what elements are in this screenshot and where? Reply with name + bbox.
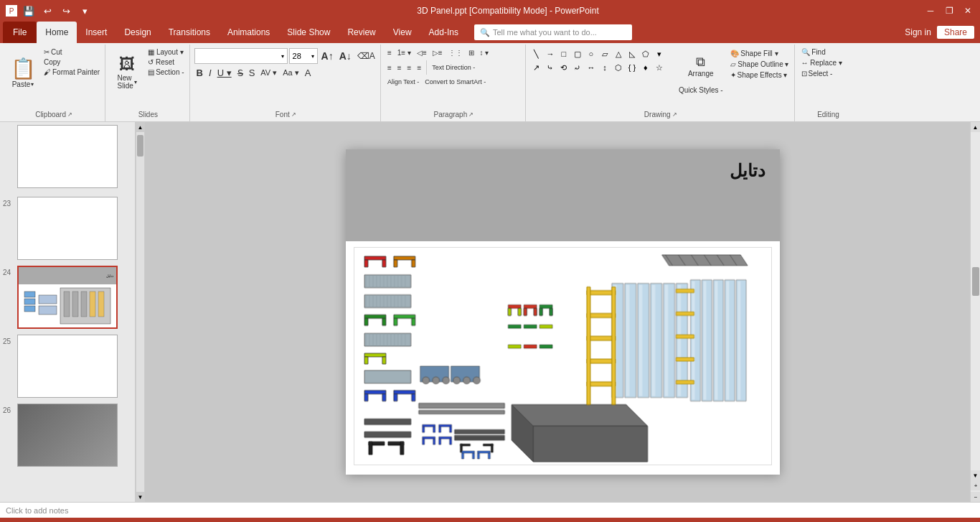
sign-in-btn[interactable]: Sign in	[905, 27, 931, 37]
shape-s2-btn[interactable]: ⤷	[544, 61, 557, 74]
bold-btn[interactable]: B	[194, 67, 205, 79]
align-center-btn[interactable]: ≡	[395, 63, 404, 73]
new-slide-btn[interactable]: 🖼 NewSlide ▾	[110, 46, 144, 99]
addins-tab[interactable]: Add-Ins	[420, 22, 467, 43]
replace-btn[interactable]: ↔ Replace ▾	[799, 58, 858, 67]
increase-indent-btn[interactable]: ▷≡	[430, 48, 445, 57]
shadow-btn[interactable]: S	[247, 67, 258, 79]
text-direction-btn[interactable]: Text Direction -	[430, 63, 477, 72]
slide-panel-scrollbar[interactable]: ▲ ▼	[136, 122, 144, 502]
shape-round-rect-btn[interactable]: ▢	[571, 47, 584, 60]
undo-quick-btn[interactable]: ↩	[40, 4, 55, 18]
slide-item-25[interactable]: 25	[3, 335, 132, 398]
shape-fill-btn[interactable]: 🎨 Shape Fill ▾	[728, 49, 791, 58]
clear-format-btn[interactable]: ⌫A	[355, 50, 377, 62]
line-spacing-btn[interactable]: ↕ ▾	[478, 48, 491, 57]
slide-thumb-26[interactable]	[17, 404, 118, 467]
shape-rect-btn[interactable]: □	[557, 47, 570, 60]
scroll-down-btn[interactable]: ▼	[971, 470, 980, 480]
slide-scroll-thumb[interactable]	[137, 135, 143, 157]
shape-s10-btn[interactable]: ☆	[653, 61, 666, 74]
search-box[interactable]: Tell me what you want to do...	[493, 28, 597, 37]
shape-circle-btn[interactable]: ○	[585, 47, 598, 60]
slide-scroll-down[interactable]: ▼	[136, 492, 144, 502]
shape-s8-btn[interactable]: { }	[626, 61, 639, 74]
select-btn[interactable]: ⊡ Select -	[799, 69, 858, 78]
shape-effects-btn[interactable]: ✦ Shape Effects ▾	[728, 70, 791, 80]
slide-item-23b[interactable]: 23	[3, 197, 132, 260]
minimize-btn[interactable]: ─	[924, 4, 937, 17]
slideshow-tab[interactable]: Slide Show	[278, 22, 339, 43]
close-btn[interactable]: ✕	[961, 4, 974, 17]
scroll-zoom-in[interactable]: +	[971, 480, 980, 490]
font-size-box[interactable]: 28▾	[289, 48, 318, 64]
increase-font-btn[interactable]: A↑	[319, 50, 336, 62]
slide-thumb-23b[interactable]	[17, 197, 118, 260]
share-btn[interactable]: Share	[937, 26, 974, 39]
convert-smartart-btn[interactable]: Convert to SmartArt -	[423, 78, 488, 86]
clipboard-expand-icon[interactable]: ↗	[67, 111, 72, 118]
reset-btn[interactable]: ↺ Reset	[146, 57, 186, 67]
scroll-zoom-out[interactable]: −	[971, 492, 980, 502]
scroll-up-btn[interactable]: ▲	[971, 122, 980, 132]
decrease-indent-btn[interactable]: ◁≡	[415, 48, 429, 57]
view-tab[interactable]: View	[385, 22, 420, 43]
customize-quick-btn[interactable]: ▾	[77, 4, 92, 18]
decrease-font-btn[interactable]: A↓	[337, 50, 354, 62]
arrange-btn[interactable]: ⧉ Arrange	[677, 47, 725, 85]
find-btn[interactable]: 🔍 Find	[799, 47, 858, 57]
columns-btn[interactable]: ⊞	[466, 48, 476, 57]
shape-s3-btn[interactable]: ⟲	[557, 61, 570, 74]
strikethrough-btn[interactable]: S̶	[235, 67, 245, 79]
shape-outline-btn[interactable]: ▱ Shape Outline ▾	[728, 60, 791, 69]
char-spacing-btn[interactable]: AV ▾	[258, 67, 279, 78]
shape-s1-btn[interactable]: ↗	[530, 61, 543, 74]
shape-parallelogram-btn[interactable]: ▱	[598, 47, 611, 60]
diagram-container[interactable]	[354, 247, 772, 465]
shape-s6-btn[interactable]: ↕	[598, 61, 611, 74]
shape-s5-btn[interactable]: ↔	[585, 61, 598, 74]
format-painter-btn[interactable]: 🖌 Format Painter	[42, 67, 102, 77]
slide-item-24[interactable]: 24 دتایل	[3, 266, 132, 329]
home-tab[interactable]: Home	[37, 22, 77, 43]
slide-thumb-23[interactable]	[17, 125, 118, 188]
notes-placeholder[interactable]: Click to add notes	[6, 506, 68, 515]
shape-pentagon-btn[interactable]: ⬠	[639, 47, 652, 60]
underline-btn[interactable]: U ▾	[215, 67, 234, 79]
slide-item-23[interactable]	[3, 125, 132, 188]
redo-quick-btn[interactable]: ↪	[59, 4, 73, 18]
section-btn[interactable]: ▤ Section -	[146, 67, 186, 77]
quick-styles-btn[interactable]: Quick Styles -	[677, 85, 725, 95]
save-quick-btn[interactable]: 💾	[22, 4, 36, 18]
smart-art-btn[interactable]: ⋮⋮	[446, 48, 465, 57]
restore-btn[interactable]: ❐	[943, 4, 956, 17]
slide-thumb-25[interactable]	[17, 335, 118, 398]
justify-btn[interactable]: ≡	[415, 63, 423, 73]
scroll-thumb[interactable]	[972, 267, 979, 296]
slide-canvas[interactable]: دتایل	[346, 149, 780, 475]
slide-item-26[interactable]: 26	[3, 404, 132, 467]
align-left-btn[interactable]: ≡	[385, 63, 394, 73]
paste-btn[interactable]: 📋 Paste▾	[6, 46, 40, 99]
align-right-btn[interactable]: ≡	[405, 63, 414, 73]
review-tab[interactable]: Review	[339, 22, 384, 43]
align-text-btn[interactable]: Align Text -	[385, 78, 421, 86]
numbering-btn[interactable]: 1≡ ▾	[395, 48, 413, 57]
transitions-tab[interactable]: Transitions	[160, 22, 219, 43]
font-color-btn[interactable]: A	[303, 67, 314, 79]
shape-triangle-btn[interactable]: △	[612, 47, 625, 60]
file-tab[interactable]: File	[3, 22, 37, 43]
text-case-btn[interactable]: Aa ▾	[281, 67, 301, 78]
shape-s7-btn[interactable]: ⬡	[612, 61, 625, 74]
animations-tab[interactable]: Animations	[219, 22, 278, 43]
shape-s9-btn[interactable]: ♦	[639, 61, 652, 74]
italic-btn[interactable]: I	[207, 67, 214, 79]
shape-more-btn[interactable]: ▾	[653, 47, 666, 60]
cut-btn[interactable]: ✂ Cut	[42, 47, 102, 57]
design-tab[interactable]: Design	[116, 22, 159, 43]
shape-s4-btn[interactable]: ⤾	[571, 61, 584, 74]
slide-scroll-up[interactable]: ▲	[136, 122, 144, 132]
insert-tab[interactable]: Insert	[77, 22, 116, 43]
slide-thumb-24[interactable]: دتایل	[17, 266, 118, 329]
canvas-right-scrollbar[interactable]: ▲ ▼ + −	[970, 122, 980, 502]
